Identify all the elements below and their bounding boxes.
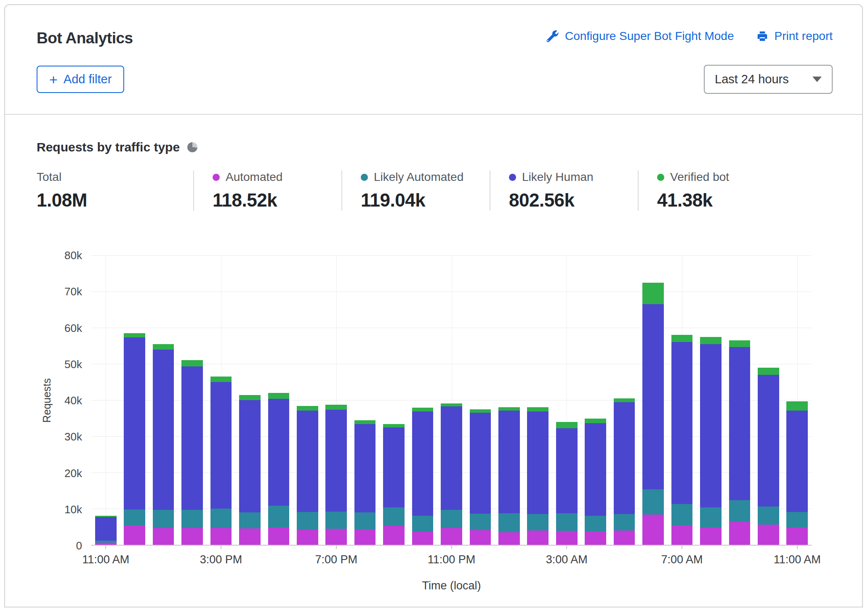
y-tick-label: 40k [64,394,82,407]
segment-verified-bot [786,401,808,411]
print-report-link[interactable]: Print report [756,29,833,43]
segment-automated [239,528,261,545]
configure-link-label: Configure Super Bot Fight Mode [565,29,734,43]
segment-likely-automated [181,510,203,528]
stacked-bar-11:00 AM[interactable] [91,255,120,545]
stat-verified-bot-label: Verified bot [670,170,729,184]
segment-verified-bot [614,398,635,402]
segment-likely-automated [412,516,434,532]
segment-verified-bot [700,337,722,344]
stacked-bar-3:00 PM[interactable] [207,255,235,545]
segment-likely-human [585,423,606,516]
segment-likely-human [671,342,693,504]
segment-likely-human [729,347,751,500]
segment-likely-automated [210,509,232,528]
segment-automated [412,532,434,545]
segment-likely-human [239,400,261,512]
stacked-bar-9:00 AM[interactable] [725,255,754,545]
stacked-bar-9:00 PM[interactable] [379,255,408,545]
chevron-down-icon [812,77,822,82]
segment-likely-human [470,413,491,514]
stat-total[interactable]: Total 1.08M [37,170,193,211]
x-tick-label: 11:00 AM [82,553,129,566]
stacked-bar-3:00 AM[interactable] [552,255,581,545]
segment-verified-bot [181,360,203,366]
stat-automated-label: Automated [226,170,282,184]
stat-likely-human[interactable]: Likely Human 802.56k [490,170,638,211]
stacked-bar-1:00 AM[interactable] [495,255,523,545]
add-filter-button[interactable]: + Add filter [37,66,124,93]
traffic-type-legend: Total 1.08M Automated 118.52k Likely Aut… [37,170,831,211]
segment-automated [642,515,664,545]
stacked-bar-5:00 AM[interactable] [610,255,639,545]
stacked-bar-1:00 PM[interactable] [149,255,178,545]
stacked-bar-11:00 PM[interactable] [437,255,466,545]
y-tick-label: 0 [76,539,82,552]
segment-likely-human [758,375,779,507]
stacked-bar-12:00 AM[interactable] [466,255,495,545]
time-range-select[interactable]: Last 24 hours [704,65,833,94]
stacked-bar-7:00 AM[interactable] [668,255,696,545]
stat-verified-bot-value: 41.38k [657,190,831,211]
segment-verified-bot [642,283,664,305]
segment-likely-human [354,424,376,513]
stacked-bar-8:00 PM[interactable] [351,255,379,545]
stat-verified-bot[interactable]: Verified bot 41.38k [638,170,831,211]
likely-human-dot [509,174,516,181]
stat-automated[interactable]: Automated 118.52k [193,170,341,211]
segment-likely-human [95,517,117,541]
segment-likely-automated [585,516,606,531]
stacked-bar-2:00 AM[interactable] [524,255,552,545]
y-tick-label: 70k [64,285,82,298]
segment-verified-bot [498,407,520,411]
segment-likely-automated [239,512,261,528]
segment-likely-automated [758,507,779,525]
stacked-bar-5:00 PM[interactable] [264,255,293,545]
segment-likely-automated [441,510,462,528]
segment-verified-bot [325,405,347,410]
stacked-bar-11:00 AM[interactable] [783,255,812,545]
segment-automated [786,528,808,545]
segment-likely-automated [297,512,318,530]
segment-likely-human [614,402,635,514]
stacked-bar-6:00 PM[interactable] [293,255,322,545]
segment-automated [441,528,462,545]
stacked-bar-10:00 AM[interactable] [754,255,783,545]
segment-verified-bot [210,377,232,382]
segment-verified-bot [585,419,606,423]
segment-automated [498,532,520,545]
segment-likely-automated [556,513,578,531]
stacked-bar-10:00 PM[interactable] [408,255,437,545]
segment-automated [325,529,347,545]
segment-automated [671,525,693,545]
segment-likely-automated [614,514,635,531]
stacked-bar-8:00 AM[interactable] [696,255,725,545]
segment-likely-human [412,411,434,516]
x-axis-tick-labels: 11:00 AM3:00 PM7:00 PM11:00 PM3:00 AM7:0… [91,553,812,570]
segment-automated [181,528,203,545]
stacked-bar-4:00 PM[interactable] [235,255,264,545]
segment-likely-automated [498,513,520,532]
segment-likely-human [642,304,664,489]
time-range-value: Last 24 hours [715,72,789,86]
segment-likely-automated [527,514,548,531]
segment-automated [210,528,232,545]
segment-likely-automated [383,507,405,526]
stacked-bar-7:00 PM[interactable] [322,255,351,545]
configure-super-bot-fight-mode-link[interactable]: Configure Super Bot Fight Mode [546,29,734,43]
segment-likely-human [297,411,318,512]
pie-chart-icon [187,142,197,152]
stat-likely-automated[interactable]: Likely Automated 119.04k [341,170,490,211]
stacked-bar-6:00 AM[interactable] [639,255,667,545]
stat-likely-human-label: Likely Human [522,170,594,184]
segment-likely-automated [642,489,664,514]
stacked-bar-12:00 PM[interactable] [120,255,149,545]
y-axis-tick-labels: 010k20k30k40k50k60k70k80k [37,255,82,546]
segment-verified-bot [383,424,405,427]
stacked-bar-4:00 AM[interactable] [581,255,610,545]
stacked-bar-2:00 PM[interactable] [178,255,206,545]
stat-likely-human-value: 802.56k [509,190,638,211]
plot-area [91,255,812,546]
segment-automated [527,530,548,545]
segment-automated [153,528,174,545]
